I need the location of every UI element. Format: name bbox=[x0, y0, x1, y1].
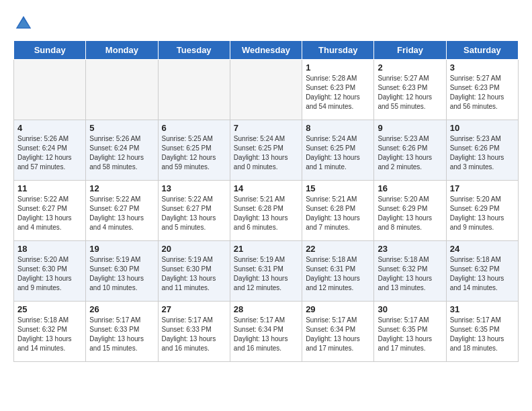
day-number: 18 bbox=[17, 244, 82, 254]
day-number: 14 bbox=[234, 183, 298, 193]
calendar-cell-28: 28Sunrise: 5:17 AM Sunset: 6:34 PM Dayli… bbox=[230, 302, 302, 362]
weekday-header-tuesday: Tuesday bbox=[158, 41, 230, 60]
calendar-cell-6: 6Sunrise: 5:25 AM Sunset: 6:25 PM Daylig… bbox=[158, 120, 230, 181]
weekday-header-row: SundayMondayTuesdayWednesdayThursdayFrid… bbox=[14, 41, 519, 60]
day-info: Sunrise: 5:22 AM Sunset: 6:27 PM Dayligh… bbox=[17, 195, 82, 232]
day-number: 1 bbox=[306, 62, 370, 73]
calendar-cell-24: 24Sunrise: 5:18 AM Sunset: 6:32 PM Dayli… bbox=[446, 241, 518, 302]
calendar-cell-18: 18Sunrise: 5:20 AM Sunset: 6:30 PM Dayli… bbox=[14, 241, 86, 302]
day-info: Sunrise: 5:18 AM Sunset: 6:32 PM Dayligh… bbox=[450, 255, 515, 293]
day-info: Sunrise: 5:24 AM Sunset: 6:25 PM Dayligh… bbox=[306, 134, 370, 172]
day-number: 3 bbox=[450, 62, 515, 73]
calendar-table: SundayMondayTuesdayWednesdayThursdayFrid… bbox=[13, 40, 519, 362]
day-number: 10 bbox=[450, 123, 515, 133]
day-info: Sunrise: 5:18 AM Sunset: 6:32 PM Dayligh… bbox=[378, 255, 442, 293]
calendar-cell-9: 9Sunrise: 5:23 AM Sunset: 6:26 PM Daylig… bbox=[374, 120, 446, 181]
day-number: 9 bbox=[378, 123, 442, 133]
day-number: 27 bbox=[162, 304, 226, 314]
day-info: Sunrise: 5:23 AM Sunset: 6:26 PM Dayligh… bbox=[378, 134, 442, 172]
day-number: 6 bbox=[162, 123, 226, 133]
day-info: Sunrise: 5:21 AM Sunset: 6:28 PM Dayligh… bbox=[234, 195, 298, 232]
calendar-cell-13: 13Sunrise: 5:22 AM Sunset: 6:27 PM Dayli… bbox=[158, 181, 230, 241]
weekday-header-thursday: Thursday bbox=[302, 41, 374, 60]
day-number: 22 bbox=[306, 244, 370, 254]
day-number: 15 bbox=[306, 183, 370, 193]
week-row-3: 11Sunrise: 5:22 AM Sunset: 6:27 PM Dayli… bbox=[14, 181, 519, 241]
day-info: Sunrise: 5:26 AM Sunset: 6:24 PM Dayligh… bbox=[17, 134, 82, 172]
day-number: 17 bbox=[450, 183, 515, 193]
day-number: 13 bbox=[162, 183, 226, 193]
day-number: 12 bbox=[89, 183, 154, 193]
logo bbox=[13, 13, 36, 34]
day-info: Sunrise: 5:17 AM Sunset: 6:33 PM Dayligh… bbox=[89, 316, 154, 353]
day-number: 21 bbox=[234, 244, 298, 254]
day-info: Sunrise: 5:22 AM Sunset: 6:27 PM Dayligh… bbox=[162, 195, 226, 232]
day-number: 8 bbox=[306, 123, 370, 133]
week-row-2: 4Sunrise: 5:26 AM Sunset: 6:24 PM Daylig… bbox=[14, 120, 519, 181]
day-number: 4 bbox=[17, 123, 82, 133]
day-info: Sunrise: 5:27 AM Sunset: 6:23 PM Dayligh… bbox=[378, 74, 442, 111]
calendar-cell-3: 3Sunrise: 5:27 AM Sunset: 6:23 PM Daylig… bbox=[446, 60, 518, 120]
calendar-cell-11: 11Sunrise: 5:22 AM Sunset: 6:27 PM Dayli… bbox=[14, 181, 86, 241]
day-info: Sunrise: 5:19 AM Sunset: 6:30 PM Dayligh… bbox=[89, 255, 154, 293]
day-info: Sunrise: 5:17 AM Sunset: 6:34 PM Dayligh… bbox=[306, 316, 370, 353]
calendar-cell-19: 19Sunrise: 5:19 AM Sunset: 6:30 PM Dayli… bbox=[86, 241, 158, 302]
weekday-header-sunday: Sunday bbox=[14, 41, 86, 60]
calendar-cell-empty bbox=[230, 60, 302, 120]
day-number: 25 bbox=[17, 304, 82, 314]
calendar-cell-1: 1Sunrise: 5:28 AM Sunset: 6:23 PM Daylig… bbox=[302, 60, 374, 120]
day-number: 16 bbox=[378, 183, 442, 193]
day-info: Sunrise: 5:28 AM Sunset: 6:23 PM Dayligh… bbox=[306, 74, 370, 111]
week-row-5: 25Sunrise: 5:18 AM Sunset: 6:32 PM Dayli… bbox=[14, 302, 519, 362]
day-number: 30 bbox=[378, 304, 442, 314]
day-number: 5 bbox=[89, 123, 154, 133]
day-number: 23 bbox=[378, 244, 442, 254]
day-info: Sunrise: 5:23 AM Sunset: 6:26 PM Dayligh… bbox=[450, 134, 515, 172]
day-info: Sunrise: 5:17 AM Sunset: 6:35 PM Dayligh… bbox=[378, 316, 442, 353]
day-info: Sunrise: 5:19 AM Sunset: 6:31 PM Dayligh… bbox=[234, 255, 298, 293]
day-info: Sunrise: 5:26 AM Sunset: 6:24 PM Dayligh… bbox=[89, 134, 154, 172]
day-info: Sunrise: 5:19 AM Sunset: 6:30 PM Dayligh… bbox=[162, 255, 226, 293]
calendar-cell-16: 16Sunrise: 5:20 AM Sunset: 6:29 PM Dayli… bbox=[374, 181, 446, 241]
calendar-cell-25: 25Sunrise: 5:18 AM Sunset: 6:32 PM Dayli… bbox=[14, 302, 86, 362]
calendar-cell-31: 31Sunrise: 5:17 AM Sunset: 6:35 PM Dayli… bbox=[446, 302, 518, 362]
day-number: 20 bbox=[162, 244, 226, 254]
day-number: 7 bbox=[234, 123, 298, 133]
day-info: Sunrise: 5:22 AM Sunset: 6:27 PM Dayligh… bbox=[89, 195, 154, 232]
weekday-header-monday: Monday bbox=[86, 41, 158, 60]
calendar-cell-17: 17Sunrise: 5:20 AM Sunset: 6:29 PM Dayli… bbox=[446, 181, 518, 241]
calendar-cell-14: 14Sunrise: 5:21 AM Sunset: 6:28 PM Dayli… bbox=[230, 181, 302, 241]
weekday-header-wednesday: Wednesday bbox=[230, 41, 302, 60]
calendar-cell-20: 20Sunrise: 5:19 AM Sunset: 6:30 PM Dayli… bbox=[158, 241, 230, 302]
day-info: Sunrise: 5:17 AM Sunset: 6:33 PM Dayligh… bbox=[162, 316, 226, 353]
calendar-cell-26: 26Sunrise: 5:17 AM Sunset: 6:33 PM Dayli… bbox=[86, 302, 158, 362]
day-number: 29 bbox=[306, 304, 370, 314]
day-number: 26 bbox=[89, 304, 154, 314]
calendar-cell-empty bbox=[86, 60, 158, 120]
day-info: Sunrise: 5:25 AM Sunset: 6:25 PM Dayligh… bbox=[162, 134, 226, 172]
calendar-cell-8: 8Sunrise: 5:24 AM Sunset: 6:25 PM Daylig… bbox=[302, 120, 374, 181]
day-info: Sunrise: 5:27 AM Sunset: 6:23 PM Dayligh… bbox=[450, 74, 515, 111]
calendar-cell-empty bbox=[14, 60, 86, 120]
day-info: Sunrise: 5:20 AM Sunset: 6:29 PM Dayligh… bbox=[378, 195, 442, 232]
calendar-cell-7: 7Sunrise: 5:24 AM Sunset: 6:25 PM Daylig… bbox=[230, 120, 302, 181]
calendar-cell-4: 4Sunrise: 5:26 AM Sunset: 6:24 PM Daylig… bbox=[14, 120, 86, 181]
day-info: Sunrise: 5:24 AM Sunset: 6:25 PM Dayligh… bbox=[234, 134, 298, 172]
day-number: 31 bbox=[450, 304, 515, 314]
weekday-header-friday: Friday bbox=[374, 41, 446, 60]
weekday-header-saturday: Saturday bbox=[446, 41, 518, 60]
calendar-cell-30: 30Sunrise: 5:17 AM Sunset: 6:35 PM Dayli… bbox=[374, 302, 446, 362]
day-info: Sunrise: 5:21 AM Sunset: 6:28 PM Dayligh… bbox=[306, 195, 370, 232]
logo-icon bbox=[13, 13, 34, 34]
day-info: Sunrise: 5:17 AM Sunset: 6:34 PM Dayligh… bbox=[234, 316, 298, 353]
page-header bbox=[13, 13, 519, 34]
week-row-4: 18Sunrise: 5:20 AM Sunset: 6:30 PM Dayli… bbox=[14, 241, 519, 302]
calendar-cell-10: 10Sunrise: 5:23 AM Sunset: 6:26 PM Dayli… bbox=[446, 120, 518, 181]
day-info: Sunrise: 5:20 AM Sunset: 6:29 PM Dayligh… bbox=[450, 195, 515, 232]
calendar-cell-22: 22Sunrise: 5:18 AM Sunset: 6:31 PM Dayli… bbox=[302, 241, 374, 302]
calendar-cell-12: 12Sunrise: 5:22 AM Sunset: 6:27 PM Dayli… bbox=[86, 181, 158, 241]
day-info: Sunrise: 5:20 AM Sunset: 6:30 PM Dayligh… bbox=[17, 255, 82, 293]
calendar-cell-21: 21Sunrise: 5:19 AM Sunset: 6:31 PM Dayli… bbox=[230, 241, 302, 302]
day-info: Sunrise: 5:17 AM Sunset: 6:35 PM Dayligh… bbox=[450, 316, 515, 353]
day-number: 19 bbox=[89, 244, 154, 254]
